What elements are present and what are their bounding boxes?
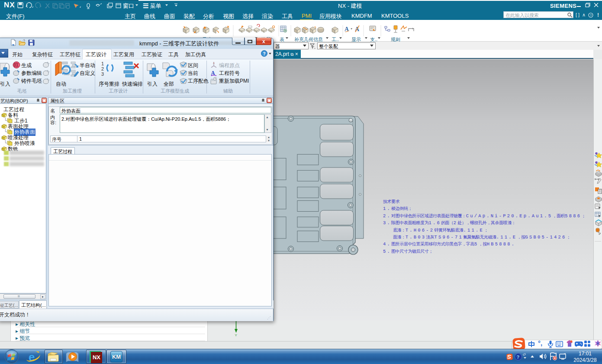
svg-text:?: ? [517, 354, 520, 360]
svg-text:?: ? [590, 13, 592, 17]
svg-text:Y: Y [235, 333, 238, 337]
svg-text:2: 2 [101, 66, 104, 71]
svg-text:?: ? [263, 52, 266, 56]
svg-text:1: 1 [101, 61, 104, 66]
svg-text:e: e [29, 351, 35, 364]
svg-text:3: 3 [101, 71, 104, 77]
